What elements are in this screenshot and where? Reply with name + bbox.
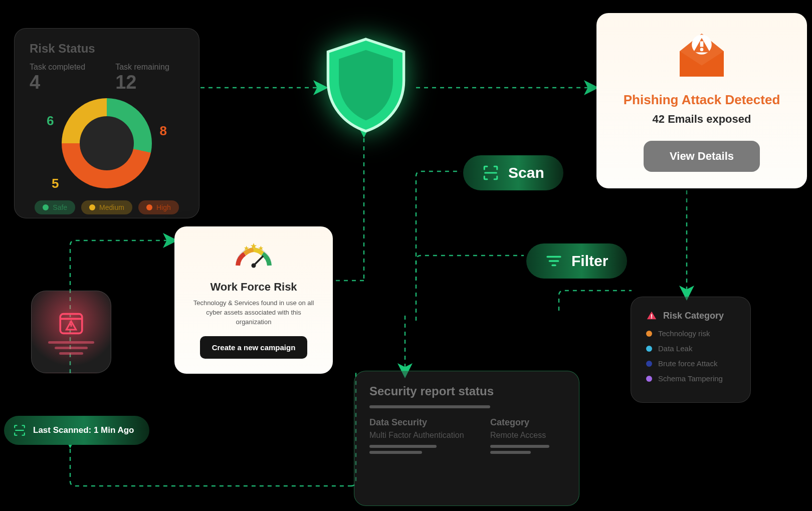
donut-medium-value: 5 (52, 176, 59, 191)
svg-rect-17 (651, 314, 652, 317)
shield-icon (321, 35, 411, 137)
scan-icon (482, 164, 499, 181)
create-campaign-button[interactable]: Create a new campaign (200, 336, 308, 359)
svg-point-6 (700, 48, 704, 52)
risk-category-item: Technology risk (646, 329, 735, 338)
legend-high: High (138, 200, 179, 214)
phishing-alert-card: Phishing Attack Detected 42 Emails expos… (596, 13, 807, 188)
svg-point-18 (651, 317, 652, 318)
view-details-button[interactable]: View Details (644, 141, 760, 172)
task-completed-value: 4 (30, 72, 85, 93)
workforce-risk-card: Work Force Risk Technology & Services fo… (174, 226, 333, 374)
scan-button[interactable]: Scan (463, 155, 563, 190)
phishing-envelope-icon (612, 28, 792, 85)
svg-point-12 (252, 264, 256, 268)
scan-small-icon (13, 424, 26, 437)
scan-label: Scan (508, 164, 544, 181)
risk-category-item: Brute force Attack (646, 359, 735, 368)
workforce-title: Work Force Risk (189, 281, 318, 294)
task-remaining-label: Task remaining (115, 63, 169, 72)
filter-button[interactable]: Filter (526, 243, 627, 279)
col-data-security-value: Multi Factor Authentication (369, 431, 465, 440)
security-report-card: Security report status Data Security Mul… (354, 371, 579, 506)
task-completed-label: Task completed (30, 63, 85, 72)
task-remaining-value: 12 (115, 72, 169, 93)
donut-high-value: 8 (160, 123, 167, 139)
svg-rect-5 (700, 41, 704, 47)
risk-category-title: Risk Category (663, 311, 724, 321)
workforce-desc: Technology & Services found in use on al… (189, 299, 318, 327)
filter-label: Filter (571, 252, 608, 270)
risk-donut-chart: 6 8 5 (62, 98, 152, 188)
legend-medium: Medium (81, 200, 132, 214)
phishing-subtitle: 42 Emails exposed (612, 113, 792, 126)
phishing-title: Phishing Attack Detected (612, 92, 792, 108)
risk-status-card: Risk Status Task completed 4 Task remain… (14, 28, 199, 218)
warning-triangle-icon (646, 310, 657, 321)
filter-icon (545, 252, 562, 270)
donut-safe-value: 6 (47, 113, 54, 129)
risk-category-card: Risk Category Technology riskData LeakBr… (631, 297, 751, 403)
gauge-icon (189, 241, 318, 274)
risk-category-item: Data Leak (646, 344, 735, 353)
legend-safe: Safe (35, 200, 75, 214)
last-scanned-text: Last Scanned: 1 Min Ago (33, 425, 134, 435)
browser-alert-icon (57, 309, 86, 338)
risk-status-title: Risk Status (30, 42, 184, 56)
col-category-value: Remote Access (490, 431, 564, 440)
security-report-title: Security report status (369, 384, 564, 398)
last-scanned-badge: Last Scanned: 1 Min Ago (4, 416, 149, 445)
col-category: Category (490, 417, 564, 428)
col-data-security: Data Security (369, 417, 465, 428)
risk-category-item: Schema Tampering (646, 374, 735, 383)
alert-tile (31, 291, 111, 373)
